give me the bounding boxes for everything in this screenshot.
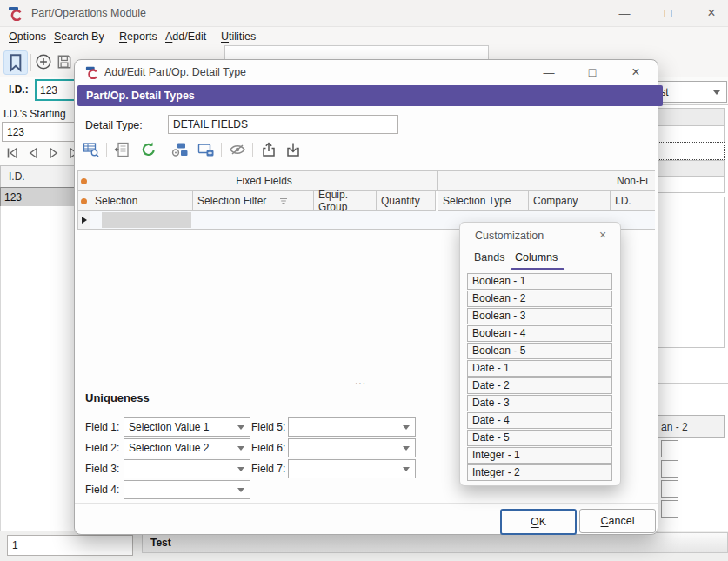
menu-reports[interactable]: Reports: [119, 30, 157, 43]
right-panel-row: [656, 160, 725, 177]
field2-label: Field 2:: [85, 442, 119, 454]
right-panel-header: [656, 108, 725, 126]
bookmark-button[interactable]: [3, 50, 28, 75]
list-item[interactable]: Date - 5: [467, 430, 612, 446]
right-panel-row: [656, 176, 725, 193]
list-item[interactable]: Boolean - 3: [467, 308, 612, 324]
browse-grid-button[interactable]: [82, 140, 101, 159]
close-button[interactable]: ×: [691, 0, 728, 26]
field1-label: Field 1:: [85, 421, 119, 433]
toolbar-separator: [221, 143, 222, 157]
form-icon: [114, 141, 131, 158]
list-item[interactable]: Boolean - 4: [467, 325, 612, 342]
edit-form-button[interactable]: [113, 140, 132, 159]
maximize-button[interactable]: □: [648, 0, 688, 26]
dialog-close-button[interactable]: ×: [621, 62, 651, 83]
list-item[interactable]: Boolean - 5: [467, 343, 612, 359]
customization-popup: Customization × Bands Columns Boolean - …: [459, 222, 621, 486]
selected-cell[interactable]: [102, 212, 191, 228]
field4-combo[interactable]: [124, 480, 250, 499]
field2-combo[interactable]: Selection Value 2: [124, 438, 250, 457]
dialog-minimize-button[interactable]: —: [534, 62, 564, 83]
band-fixed-fields[interactable]: Fixed Fields: [90, 170, 438, 191]
field6-combo[interactable]: [288, 438, 416, 457]
field1-combo[interactable]: Selection Value 1: [124, 417, 250, 437]
eye-slash-icon: [229, 141, 246, 158]
menu-utilities[interactable]: Utilities: [221, 30, 256, 43]
caption-band: Part/Op. Detail Types: [77, 85, 663, 106]
popup-title: Customization: [475, 230, 544, 242]
chevron-down-icon: [237, 467, 244, 471]
row-pointer-icon: [82, 217, 87, 224]
save-button[interactable]: [56, 53, 73, 73]
plus-circle-icon: [35, 53, 52, 70]
bookmark-icon: [5, 52, 26, 73]
list-item[interactable]: Date - 3: [467, 395, 612, 411]
layout-gear-icon: [171, 141, 189, 158]
col-equip-group[interactable]: Equip. Group: [314, 191, 377, 211]
window-plus-icon: [197, 141, 215, 158]
detail-type-input[interactable]: DETAIL FIELDS: [168, 115, 398, 134]
data-row[interactable]: [90, 211, 438, 230]
toolbar-separator: [252, 143, 253, 157]
record-count-box[interactable]: 1: [7, 535, 133, 556]
checkbox[interactable]: [661, 480, 678, 498]
window-title: Part/Operations Module: [31, 7, 146, 19]
toolbar-separator: [30, 54, 31, 71]
collapsed-splitter[interactable]: ...: [355, 375, 366, 387]
field7-combo[interactable]: [288, 459, 416, 478]
col-id[interactable]: I.D.: [611, 191, 655, 211]
export-button[interactable]: [259, 140, 278, 159]
add-window-button[interactable]: [197, 140, 216, 159]
toolbar-separator: [106, 143, 107, 157]
ok-button[interactable]: OK: [500, 509, 577, 535]
refresh-button[interactable]: [139, 140, 158, 159]
footer-divider: [75, 503, 658, 504]
list-item[interactable]: Integer - 1: [467, 447, 612, 464]
tab-bands[interactable]: Bands: [474, 251, 504, 264]
list-item[interactable]: Date - 2: [467, 377, 612, 394]
tab-columns[interactable]: Columns: [515, 251, 558, 264]
col-quantity[interactable]: Quantity: [377, 191, 436, 211]
band-indicator-cell: [77, 170, 90, 191]
list-item[interactable]: Date - 4: [467, 412, 612, 429]
app-window: Part/Operations Module — □ × Options Sea…: [0, 0, 728, 561]
id-starting-label: I.D.'s Starting: [3, 108, 66, 120]
hide-button[interactable]: [228, 140, 247, 159]
list-item[interactable]: Boolean - 2: [467, 291, 612, 307]
menu-add-edit[interactable]: Add/Edit: [165, 30, 206, 43]
menu-options[interactable]: Options: [9, 30, 46, 43]
nav-next-button[interactable]: [45, 144, 63, 164]
list-item[interactable]: Boolean - 1: [467, 273, 612, 290]
col-selection-type[interactable]: Selection Type: [438, 191, 529, 211]
group-row[interactable]: Test: [142, 532, 728, 553]
boolean-column-header[interactable]: an - 2: [652, 415, 725, 438]
import-button[interactable]: [284, 140, 303, 159]
band-non-fixed[interactable]: Non-Fi: [438, 170, 655, 191]
header-indicator-cell: [77, 191, 90, 211]
chevron-down-icon: [403, 467, 410, 471]
col-company[interactable]: Company: [529, 191, 611, 211]
checkbox[interactable]: [661, 460, 678, 478]
dialog-maximize-button[interactable]: □: [578, 62, 607, 83]
dialog-logo-icon: [85, 65, 99, 79]
list-item[interactable]: Date - 1: [467, 360, 612, 377]
results-grid-body: [0, 206, 76, 531]
customize-layout-button[interactable]: [170, 140, 190, 159]
checkbox[interactable]: [661, 500, 678, 518]
right-panel-focused-row[interactable]: [656, 142, 725, 160]
field5-combo[interactable]: [288, 417, 416, 437]
checkbox[interactable]: [661, 440, 678, 457]
nav-prev-button[interactable]: [24, 144, 42, 164]
add-record-button[interactable]: [35, 53, 52, 73]
menu-search-by[interactable]: Search By: [54, 30, 104, 43]
minimize-button[interactable]: —: [604, 0, 645, 26]
nav-first-button[interactable]: [3, 144, 21, 164]
field3-combo[interactable]: [124, 459, 250, 478]
popup-close-icon[interactable]: ×: [599, 228, 606, 242]
list-item[interactable]: Integer - 2: [467, 464, 612, 481]
col-selection[interactable]: Selection: [90, 191, 193, 211]
upload-icon: [260, 141, 277, 158]
col-selection-filter[interactable]: Selection Filter: [193, 191, 314, 211]
cancel-button[interactable]: Cancel: [579, 509, 656, 533]
